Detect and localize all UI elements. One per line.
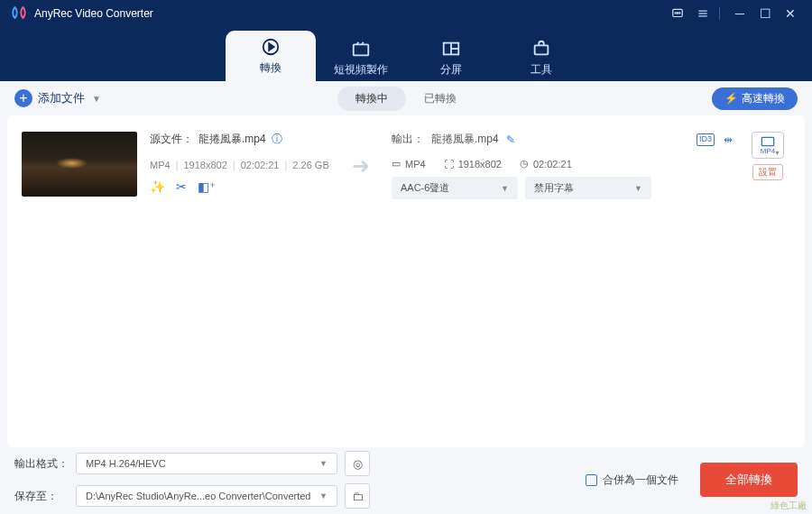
output-format-button[interactable]: MP4 ▼ (752, 132, 784, 159)
output-filename: 龍捲風暴.mp4 (431, 132, 499, 147)
source-column: 源文件：龍捲風暴.mp4 ⓘ MP41918x80202:02:212.26 G… (150, 132, 330, 194)
open-folder-icon[interactable]: 🗀 (345, 483, 370, 509)
titlebar: AnyRec Video Converter ─ ☐ ✕ (0, 0, 812, 27)
chevron-down-icon: ▼ (92, 94, 101, 104)
save-to-label: 保存至： (14, 489, 69, 504)
resolution-icon: ⛶ (444, 159, 454, 170)
output-format-label: 輸出格式： (14, 456, 69, 472)
toolbar: + 添加文件 ▼ 轉換中 已轉換 ⚡ 高速轉換 (0, 81, 812, 115)
minimize-button[interactable]: ─ (729, 3, 751, 24)
tab-toolbox[interactable]: 工具 (496, 34, 586, 81)
add-file-button[interactable]: + 添加文件 ▼ (14, 89, 101, 107)
svg-rect-14 (761, 137, 773, 145)
bolt-icon: ⚡ (724, 92, 738, 105)
feedback-icon[interactable] (667, 3, 688, 24)
clock-icon: ◷ (520, 158, 529, 170)
menu-icon[interactable] (692, 3, 714, 24)
cut-icon[interactable]: ✂ (176, 179, 187, 194)
bottom-bar: 輸出格式： MP4 H.264/HEVC▼ ◎ 保存至： D:\AnyRec S… (0, 447, 812, 514)
app-logo-icon (11, 5, 27, 23)
svg-point-1 (675, 13, 676, 14)
tab-collage[interactable]: 分屏 (406, 34, 496, 81)
merge-checkbox[interactable]: 合併為一個文件 (586, 473, 678, 488)
info-icon[interactable]: ⓘ (272, 132, 282, 147)
svg-rect-13 (535, 45, 549, 54)
tab-converting[interactable]: 轉換中 (337, 87, 406, 111)
source-meta: MP41918x80202:02:212.26 GB (150, 160, 330, 170)
convert-all-button[interactable]: 全部轉換 (700, 463, 798, 497)
close-button[interactable]: ✕ (780, 3, 801, 24)
watermark-text: 綠色工廠 (770, 500, 807, 512)
video-thumbnail[interactable] (22, 132, 137, 197)
svg-rect-9 (354, 44, 369, 55)
format-settings-icon[interactable]: ◎ (345, 451, 370, 476)
subtitle-select[interactable]: 禁用字幕▼ (525, 177, 651, 199)
source-filename: 龍捲風暴.mp4 (198, 132, 266, 147)
save-path-select[interactable]: D:\AnyRec Studio\AnyRe...eo Converter\Co… (76, 485, 337, 507)
output-format-select[interactable]: MP4 H.264/HEVC▼ (76, 453, 337, 474)
format-column: MP4 ▼ 設置 (745, 132, 790, 180)
main-nav: 轉換 短視頻製作 分屏 工具 (0, 27, 812, 81)
chevron-down-icon: ▼ (774, 150, 780, 156)
tab-converted[interactable]: 已轉換 (406, 87, 475, 111)
svg-point-2 (677, 13, 678, 14)
tab-convert[interactable]: 轉換 (226, 31, 316, 81)
rename-icon[interactable]: ✎ (506, 133, 515, 146)
checkbox-icon (586, 474, 597, 486)
arrow-icon: ➜ (343, 153, 379, 179)
output-column: 輸出：龍捲風暴.mp4 ✎ ID3 ⇹ ▭MP4 ⛶1918x802 ◷02:0… (392, 132, 733, 199)
compress-icon[interactable]: ⇹ (724, 133, 733, 146)
svg-point-3 (679, 13, 680, 14)
svg-marker-8 (269, 43, 274, 50)
app-title: AnyRec Video Converter (34, 7, 153, 20)
settings-button[interactable]: 設置 (752, 164, 783, 180)
edit-icon[interactable]: ✨ (150, 179, 165, 194)
plus-icon: + (14, 89, 32, 107)
audio-select[interactable]: AAC-6聲道▼ (392, 177, 518, 199)
file-row: 源文件：龍捲風暴.mp4 ⓘ MP41918x80202:02:212.26 G… (18, 124, 794, 207)
tab-mv[interactable]: 短視頻製作 (316, 34, 406, 81)
file-list: 源文件：龍捲風暴.mp4 ⓘ MP41918x80202:02:212.26 G… (7, 115, 805, 447)
status-tabs: 轉換中 已轉換 (337, 87, 475, 111)
maximize-button[interactable]: ☐ (754, 3, 776, 24)
high-speed-button[interactable]: ⚡ 高速轉換 (712, 87, 798, 110)
video-icon: ▭ (392, 158, 401, 170)
enhance-icon[interactable]: ◧⁺ (198, 179, 216, 194)
metadata-icon[interactable]: ID3 (697, 133, 715, 146)
